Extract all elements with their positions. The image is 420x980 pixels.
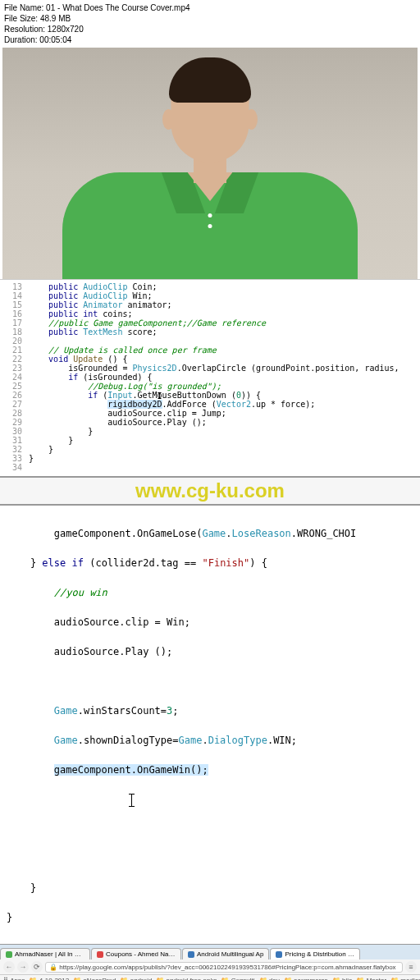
bookmark[interactable]: 📁 android: [120, 977, 152, 980]
menu-button[interactable]: ≡: [405, 961, 417, 973]
file-name: File Name: 01 - What Does The Course Cov…: [4, 2, 416, 13]
file-size: File Size: 48.9 MB: [4, 13, 416, 24]
bookmark[interactable]: 📁 4-10-2012: [29, 977, 69, 980]
file-duration: Duration: 00:05:04: [4, 34, 416, 45]
bookmark[interactable]: 📁 Master: [356, 977, 386, 980]
browser-tab[interactable]: AhmadNaser | All In One: [0, 948, 90, 959]
video-thumbnail[interactable]: [2, 48, 418, 279]
bookmark[interactable]: 📁 hije: [332, 977, 353, 980]
code-editor-bottom[interactable]: gameComponent.OnGameLose(Game.LoseReason…: [0, 507, 420, 944]
address-bar: ← → ⟳ 🔒 https://play.google.com/apps/pub…: [0, 959, 420, 975]
browser-tab[interactable]: Coupons - Ahmed Naser: [91, 948, 181, 959]
bookmark[interactable]: 📁 android free apks: [156, 977, 217, 980]
bookmarks-bar: ⠿ Apps 📁 4-10-2012 📁 aNaceProd 📁 android…: [0, 975, 420, 980]
file-resolution: Resolution: 1280x720: [4, 24, 416, 34]
bookmark[interactable]: 📁 medical: [390, 977, 420, 980]
bookmark[interactable]: 📁 aNaceProd: [73, 977, 116, 980]
bookmark[interactable]: 📁 ecommerce: [284, 977, 328, 980]
browser-window: AhmadNaser | All In One Coupons - Ahmed …: [0, 944, 420, 980]
favicon-icon: [188, 951, 194, 958]
reload-button[interactable]: ⟳: [31, 961, 43, 973]
text-cursor: [131, 794, 132, 807]
favicon-icon: [6, 951, 12, 958]
forward-button[interactable]: →: [17, 961, 29, 973]
favicon-icon: [97, 951, 103, 958]
back-button[interactable]: ←: [3, 961, 15, 973]
browser-tab[interactable]: Android Multilingual Ap: [182, 948, 269, 959]
url-input[interactable]: 🔒 https://play.google.com/apps/publish/?…: [45, 962, 403, 973]
watermark-text: www.cg-ku.com: [0, 476, 420, 506]
code-editor-top[interactable]: 13 public AudioClip Coin; 14 public Audi…: [0, 279, 420, 474]
bookmark[interactable]: 📁 Consulti: [221, 977, 254, 980]
tab-strip: AhmadNaser | All In One Coupons - Ahmed …: [0, 945, 420, 959]
presenter-image: [62, 48, 358, 279]
bookmark[interactable]: ⠿ Apps: [3, 977, 25, 980]
file-metadata: File Name: 01 - What Does The Course Cov…: [0, 0, 420, 48]
favicon-icon: [276, 951, 282, 958]
bookmark[interactable]: 📁 dev: [259, 977, 280, 980]
browser-tab-active[interactable]: Pricing & Distribution - F: [270, 948, 360, 959]
